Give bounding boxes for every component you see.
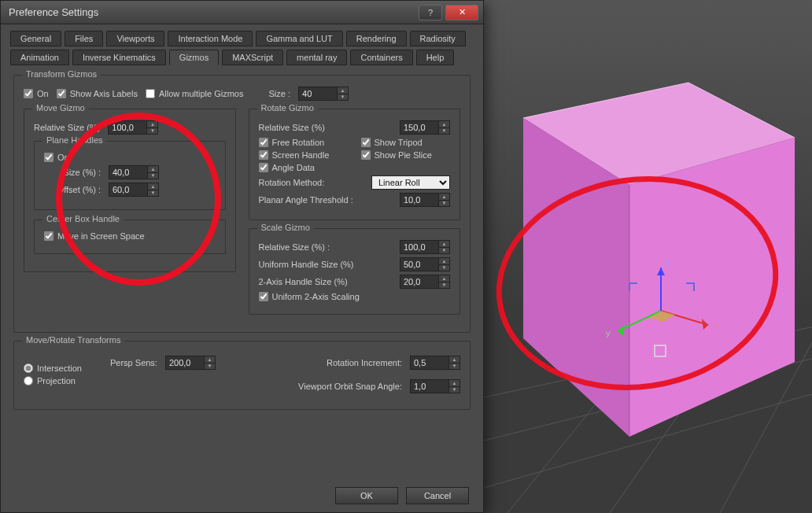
label-uniform: Uniform 2-Axis Scaling [272,292,360,301]
tab-radiosity[interactable]: Radiosity [410,31,466,46]
label-tripod: Show Tripod [375,138,423,147]
group-center-box: Center Box Handle Move in Screen Space [34,220,226,254]
tab-content-gizmos: Transform Gizmos On Show Axis Labels All… [1,68,483,424]
label-free-rot: Free Rotation [272,138,325,147]
label-intersection: Intersection [37,364,82,373]
checkbox-tripod[interactable] [361,138,371,147]
label-rot-method: Rotation Method: [259,178,325,187]
tab-gizmos[interactable]: Gizmos [169,50,219,65]
label-move-screen: Move in Screen Space [57,231,145,241]
ok-button[interactable]: OK [335,487,398,504]
label-projection: Projection [37,376,76,386]
cancel-button[interactable]: Cancel [406,487,469,504]
label-pie: Show Pie Slice [375,150,432,160]
spinner-scale-rel[interactable]: ▲▼ [400,240,450,254]
group-rotate-gizmo: Rotate Gizmo Relative Size (%) ▲▼ Free R… [249,109,461,220]
label-rot-rel: Relative Size (%) [259,123,325,132]
checkbox-free-rot[interactable] [259,138,268,147]
label-screen-handle: Screen Handle [272,150,330,160]
spinner-plane-offset[interactable]: ▲▼ [109,183,159,197]
checkbox-allow-multi[interactable] [146,89,155,98]
tab-files[interactable]: Files [65,31,103,46]
legend-transform: Transform Gizmos [22,69,101,79]
label-plane-offset: Offset (%) : [44,185,101,194]
legend-rotate: Rotate Gizmo [257,103,318,113]
checkbox-show-axis[interactable] [57,89,66,98]
help-icon[interactable]: ? [419,5,442,20]
spinner-persp[interactable]: ▲▼ [165,356,216,370]
spinner-planar[interactable]: ▲▼ [400,193,450,207]
spinner-orbit[interactable]: ▲▼ [410,379,460,393]
checkbox-on[interactable] [24,89,33,98]
spinner-plane-size[interactable]: ▲▼ [109,165,159,179]
legend-move: Move Gizmo [32,103,89,113]
legend-center: Center Box Handle [42,214,124,223]
label-ax2: 2-Axis Handle Size (%) [259,277,348,286]
viewport-canvas: x y z [484,0,812,513]
label-orbit: Viewport Orbit Snap Angle: [298,382,402,391]
tab-interaction-mode[interactable]: Interaction Mode [168,31,253,46]
checkbox-angle-data[interactable] [259,163,268,172]
spinner-size[interactable]: ▲▼ [298,87,349,101]
chevron-down-icon[interactable]: ▼ [338,94,348,101]
tab-bar: GeneralFilesViewportsInteraction ModeGam… [1,24,483,65]
titlebar[interactable]: Preference Settings ? ✕ [1,1,483,24]
label-move-rel: Relative Size (%) [34,123,100,132]
checkbox-plane-on[interactable] [44,153,54,162]
viewport-3d[interactable]: x y z [484,0,812,513]
label-angle-data: Angle Data [272,163,315,172]
group-scale-gizmo: Scale Gizmo Relative Size (%) : ▲▼ Unifo… [249,228,461,315]
tab-gamma-and-lut[interactable]: Gamma and LUT [256,31,342,46]
spinner-rotinc[interactable]: ▲▼ [410,356,460,370]
spinner-move-rel[interactable]: ▲▼ [108,120,158,135]
tab-animation[interactable]: Animation [10,50,69,65]
svg-marker-8 [629,138,795,437]
checkbox-screen-handle[interactable] [259,150,268,160]
tab-maxscript[interactable]: MAXScript [222,50,283,65]
preferences-dialog: Preference Settings ? ✕ GeneralFilesView… [0,0,484,513]
tab-rendering[interactable]: Rendering [346,31,407,46]
tab-containers[interactable]: Containers [350,50,412,65]
dialog-title: Preference Settings [9,6,419,18]
legend-scale: Scale Gizmo [257,223,314,232]
spinner-rot-rel[interactable]: ▲▼ [400,120,450,135]
checkbox-uniform[interactable] [259,292,268,301]
select-rotation-method[interactable]: Linear Roll [371,175,450,190]
legend-plane: Plane Handles [42,135,107,145]
tab-help[interactable]: Help [416,50,455,65]
group-move-gizmo: Move Gizmo Relative Size (%) ▲▼ Plane Ha… [24,109,236,272]
svg-text:z: z [666,257,670,267]
tab-inverse-kinematics[interactable]: Inverse Kinematics [72,50,166,65]
label-scale-rel: Relative Size (%) : [259,242,330,252]
label-rotinc: Rotation Increment: [327,358,402,367]
label-planar: Planar Angle Threshold : [259,195,353,205]
label-show-axis: Show Axis Labels [70,89,138,98]
cube-mesh [523,83,795,437]
legend-mrt: Move/Rotate Transforms [22,335,124,345]
radio-intersection[interactable] [24,364,33,373]
label-persp: Persp Sens: [110,358,157,367]
label-plane-size: Size (%) : [44,168,101,177]
tab-general[interactable]: General [10,31,61,46]
checkbox-pie[interactable] [361,150,371,160]
checkbox-move-screen[interactable] [44,231,54,241]
label-plane-on: On [57,153,69,162]
label-uh: Uniform Handle Size (%) [259,260,354,269]
svg-text:y: y [606,328,611,338]
group-transform-gizmos: Transform Gizmos On Show Axis Labels All… [13,75,471,333]
radio-projection[interactable] [24,376,33,386]
chevron-up-icon[interactable]: ▲ [338,87,348,94]
group-move-rotate-transforms: Move/Rotate Transforms Intersection Proj… [13,341,471,410]
label-size: Size : [269,89,291,98]
label-allow-multi: Allow multiple Gizmos [159,89,244,98]
svg-text:x: x [714,320,719,330]
label-on: On [37,89,49,98]
group-plane-handles: Plane Handles On Size (%) : ▲▼ Offset (%… [34,141,226,210]
tab-viewports[interactable]: Viewports [106,31,164,46]
spinner-ax2[interactable]: ▲▼ [400,275,450,289]
spinner-uh[interactable]: ▲▼ [400,257,450,271]
close-icon[interactable]: ✕ [445,5,478,20]
tab-mental-ray[interactable]: mental ray [286,50,347,65]
